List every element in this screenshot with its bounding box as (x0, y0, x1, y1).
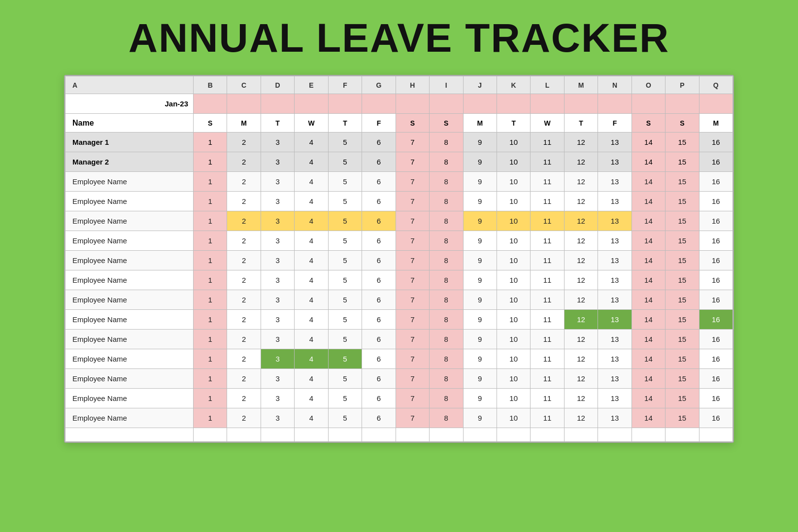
day-cell: 5 (328, 251, 362, 270)
employee-name-cell: Employee Name (66, 172, 194, 192)
day-cell: 7 (396, 330, 429, 349)
table-row: Employee Name12345678910111213141516 (66, 408, 733, 428)
day-cell: 13 (598, 211, 632, 231)
day-cell: 5 (328, 192, 362, 211)
empty-cell (665, 428, 699, 442)
table-row: Employee Name12345678910111213141516 (66, 231, 733, 251)
day-cell: 2 (227, 349, 261, 369)
day-cell: 15 (665, 290, 699, 310)
day-cell: 11 (531, 192, 564, 211)
empty-cell (396, 428, 429, 442)
day-cell: 1 (194, 231, 227, 251)
table-row: Employee Name12345678910111213141516 (66, 290, 733, 310)
day-cell: 7 (396, 152, 429, 172)
employee-name-cell: Employee Name (66, 192, 194, 211)
day-cell: 7 (396, 172, 429, 192)
day-cell: 8 (430, 231, 463, 251)
col-d-header: D (261, 76, 294, 94)
day-cell: 5 (328, 408, 362, 428)
day-cell: 7 (396, 192, 429, 211)
day-cell: 1 (194, 270, 227, 290)
day-cell: 6 (362, 408, 396, 428)
day-cell: 9 (463, 251, 497, 270)
employee-name-cell: Employee Name (66, 310, 194, 330)
day-cell: 16 (699, 152, 732, 172)
empty-cell (227, 428, 261, 442)
employee-name-cell: Employee Name (66, 290, 194, 310)
day-cell: 12 (564, 270, 598, 290)
day-cell: 13 (598, 330, 632, 349)
day-cell: 11 (531, 251, 564, 270)
day-cell: 6 (362, 369, 396, 389)
day-cell: 5 (328, 133, 362, 152)
day-cell: 9 (463, 270, 497, 290)
day-cell: 2 (227, 172, 261, 192)
day-cell: 8 (430, 133, 463, 152)
col-a-header: A (66, 76, 194, 94)
employee-name-cell: Employee Name (66, 349, 194, 369)
day-cell: 13 (598, 192, 632, 211)
day-cell: 12 (564, 251, 598, 270)
month-span-q (699, 94, 732, 114)
month-span-h (396, 94, 429, 114)
day-cell: 3 (261, 231, 294, 251)
day-cell: 16 (699, 369, 732, 389)
day-cell: 15 (665, 231, 699, 251)
col-q-header: Q (699, 76, 732, 94)
day-cell: 5 (328, 270, 362, 290)
day-t3: T (497, 114, 530, 133)
column-header-row: A B C D E F G H I J K L M N O P Q (66, 76, 733, 94)
day-cell: 7 (396, 211, 429, 231)
day-cell: 3 (261, 349, 294, 369)
day-cell: 16 (699, 290, 732, 310)
day-cell: 16 (699, 310, 732, 330)
day-cell: 6 (362, 310, 396, 330)
month-label: Jan-23 (66, 94, 194, 114)
day-cell: 3 (261, 369, 294, 389)
day-cell: 10 (497, 192, 530, 211)
day-cell: 13 (598, 389, 632, 408)
day-cell: 4 (295, 349, 328, 369)
table-row: Manager 112345678910111213141516 (66, 133, 733, 152)
month-row: Jan-23 (66, 94, 733, 114)
day-cell: 8 (430, 310, 463, 330)
day-w2: W (531, 114, 564, 133)
day-cell: 10 (497, 133, 530, 152)
day-cell: 11 (531, 270, 564, 290)
col-p-header: P (665, 76, 699, 94)
day-cell: 3 (261, 270, 294, 290)
day-cell: 3 (261, 330, 294, 349)
day-cell: 10 (497, 330, 530, 349)
day-cell: 13 (598, 349, 632, 369)
empty-cell (531, 428, 564, 442)
empty-cell (463, 428, 497, 442)
table-row: Employee Name12345678910111213141516 (66, 310, 733, 330)
day-m3: M (699, 114, 732, 133)
day-cell: 4 (295, 408, 328, 428)
day-cell: 14 (632, 192, 665, 211)
day-cell: 8 (430, 152, 463, 172)
day-cell: 16 (699, 192, 732, 211)
day-cell: 2 (227, 152, 261, 172)
col-n-header: N (598, 76, 632, 94)
day-cell: 14 (632, 408, 665, 428)
day-cell: 10 (497, 231, 530, 251)
day-cell: 4 (295, 231, 328, 251)
empty-row (66, 428, 733, 442)
day-s5: S (665, 114, 699, 133)
day-cell: 1 (194, 133, 227, 152)
day-cell: 3 (261, 211, 294, 231)
day-cell: 9 (463, 330, 497, 349)
day-cell: 7 (396, 290, 429, 310)
day-cell: 9 (463, 290, 497, 310)
day-cell: 5 (328, 152, 362, 172)
day-cell: 9 (463, 408, 497, 428)
empty-cell (328, 428, 362, 442)
day-cell: 2 (227, 251, 261, 270)
day-cell: 15 (665, 389, 699, 408)
month-span-d (261, 94, 294, 114)
day-cell: 15 (665, 211, 699, 231)
day-cell: 14 (632, 369, 665, 389)
day-s1: S (194, 114, 227, 133)
day-cell: 1 (194, 172, 227, 192)
